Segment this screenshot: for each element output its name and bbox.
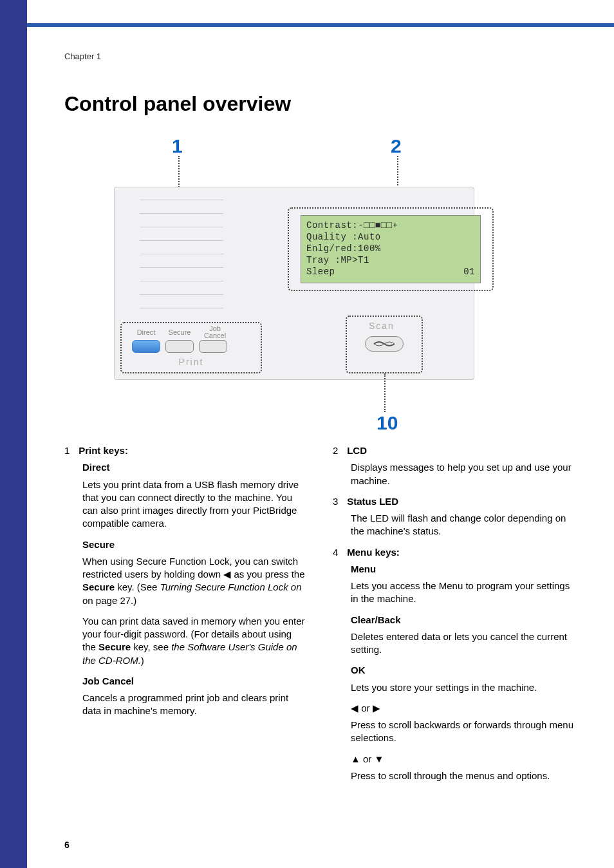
secure-paragraph-2: You can print data saved in memory when …: [82, 615, 307, 667]
secure-p2-bold: Secure: [98, 641, 131, 652]
direct-key-label: Direct: [132, 328, 160, 336]
direct-paragraph: Lets you print data from a USB flash mem…: [82, 478, 307, 531]
left-margin-bar: [0, 0, 27, 868]
menu-heading: Menu: [351, 563, 575, 576]
lcd-line-2: Quality :Auto: [306, 231, 475, 243]
secure-p2c: ): [141, 655, 144, 666]
updown-paragraph: Press to scroll through the menus and op…: [351, 769, 575, 782]
lcd-paragraph: Displays messages to help you set up and…: [351, 461, 575, 487]
scan-section-label: Scan: [369, 321, 395, 331]
secure-key-label: Secure: [165, 328, 194, 336]
item-1-number: 1: [64, 444, 76, 457]
ok-heading: OK: [351, 664, 575, 677]
control-panel-figure: 1 2 Contrast:-□□■□□+ Quality :Auto Enlg/…: [75, 135, 564, 431]
description-columns: 1 Print keys: Direct Lets you print data…: [64, 444, 575, 790]
direct-heading: Direct: [82, 461, 307, 474]
lcd-line-1: Contrast:-□□■□□+: [306, 220, 475, 231]
ok-paragraph: Lets you store your settings in the mach…: [351, 681, 575, 694]
item-2-number: 2: [333, 444, 344, 457]
scan-icon: [373, 339, 396, 349]
left-column: 1 Print keys: Direct Lets you print data…: [64, 444, 307, 790]
callout-10: 10: [377, 412, 398, 434]
item-2-header: 2 LCD: [333, 444, 575, 457]
page-title: Control panel overview: [64, 92, 575, 116]
secure-p1-bold: Secure: [82, 581, 115, 592]
page-number: 6: [64, 840, 70, 850]
jobcancel-paragraph: Cancels a programmed print job and clear…: [82, 692, 307, 718]
secure-p1c: key. (See: [115, 581, 160, 592]
panel-ridges: [140, 200, 223, 321]
leftright-paragraph: Press to scroll backwards or forwards th…: [351, 719, 575, 745]
secure-paragraph-1: When using Secure Function Lock, you can…: [82, 555, 307, 607]
chapter-label: Chapter 1: [64, 52, 575, 61]
print-section-label: Print: [120, 357, 262, 367]
right-column: 2 LCD Displays messages to help you set …: [333, 444, 575, 790]
item-3-number: 3: [333, 495, 344, 508]
lcd-line-5: Sleep 01: [306, 266, 475, 278]
clearback-paragraph: Deletes entered data or lets you cancel …: [351, 630, 575, 657]
item-1-title: Print keys:: [79, 445, 128, 456]
secure-p1d: on page 27.): [82, 595, 136, 606]
secure-heading: Secure: [82, 538, 307, 551]
updown-heading: ▲ or ▼: [351, 753, 575, 766]
secure-p1-italic: Turning Secure Function Lock on: [160, 581, 302, 592]
scan-button[interactable]: [365, 336, 404, 352]
jobcancel-key-label2: Cancel: [199, 332, 231, 339]
top-accent-rule: [27, 23, 614, 27]
lcd-line-3: Enlg/red:100%: [306, 243, 475, 254]
leftright-heading: ◀ or ▶: [351, 702, 575, 715]
item-2-title: LCD: [347, 445, 367, 456]
lcd-screen: Contrast:-□□■□□+ Quality :Auto Enlg/red:…: [301, 215, 481, 283]
callout-1: 1: [172, 135, 183, 157]
secure-p1b: as you press the: [231, 569, 304, 580]
menu-paragraph: Lets you access the Menu to program your…: [351, 580, 575, 606]
item-3-title: Status LED: [347, 496, 398, 507]
item-4-number: 4: [333, 546, 344, 559]
lcd-line-4: Tray :MP>T1: [306, 254, 475, 266]
callout-10-line: [384, 373, 386, 412]
left-arrow-icon: ◀: [223, 569, 231, 580]
callout-2: 2: [391, 135, 402, 157]
jobcancel-button[interactable]: [199, 340, 227, 353]
secure-p2b: key, see: [131, 641, 171, 652]
item-3-header: 3 Status LED: [333, 495, 575, 508]
secure-button[interactable]: [165, 340, 194, 353]
statusled-paragraph: The LED will flash and change color depe…: [351, 512, 575, 538]
clearback-heading: Clear/Back: [351, 614, 575, 627]
page: Chapter 1 Control panel overview 1 2 Con…: [0, 0, 614, 868]
jobcancel-heading: Job Cancel: [82, 675, 307, 688]
item-4-header: 4 Menu keys:: [333, 546, 575, 559]
item-4-title: Menu keys:: [347, 547, 400, 558]
lcd-line-5-num: 01: [463, 266, 475, 278]
lcd-line-5-text: Sleep: [306, 267, 335, 277]
direct-button[interactable]: [132, 340, 160, 353]
item-1-header: 1 Print keys:: [64, 444, 307, 457]
content-area: Chapter 1 Control panel overview 1 2 Con…: [64, 52, 575, 790]
